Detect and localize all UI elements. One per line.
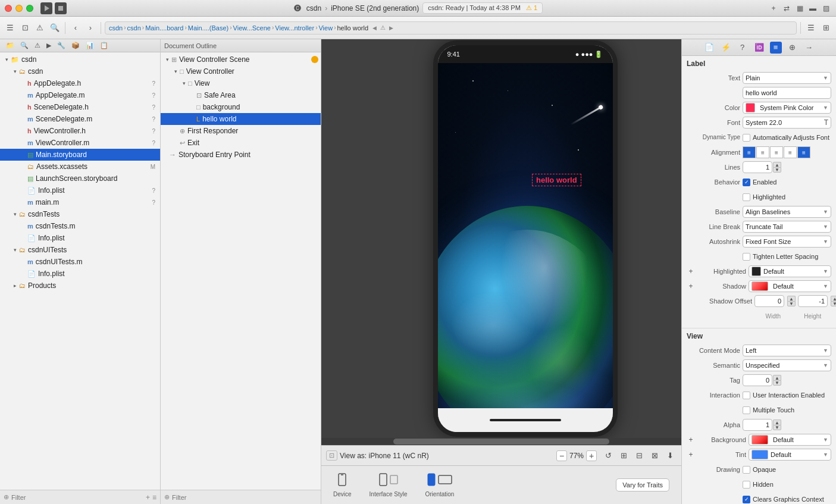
shadow-width-decrement[interactable]: ▼ [787,301,796,306]
canvas-content[interactable]: 9:41 ● ●●● 🔋 [321,39,681,438]
canvas-resize-icon[interactable]: ⊠ [648,449,661,462]
inspector-tab-quick[interactable]: ⚡ [720,42,732,54]
tint-value[interactable]: Default ▼ [749,449,831,461]
align-center-button[interactable]: ≡ [756,146,769,158]
canvas-pin-icon[interactable]: ⊟ [633,449,646,462]
tree-item-csdntests-m[interactable]: mcsdnTests.m [0,220,160,232]
arrow-swap-icon[interactable]: ⇄ [781,3,792,14]
storyboard-entry-row[interactable]: →Storyboard Entry Point [161,149,321,161]
tree-item-csdnuitests[interactable]: 🗂csdnUITests [0,244,160,256]
hello-world-label[interactable]: hello world [532,174,581,186]
tag-decrement[interactable]: ▼ [773,380,781,386]
tree-item-assets-xcassets[interactable]: 🗂Assets.xcassetsM [0,161,160,173]
nav-tab-5[interactable]: 🔧 [55,40,68,51]
canvas-download-icon[interactable]: ⬇ [663,449,677,462]
color-select[interactable]: System Pink Color ▼ [743,102,831,114]
bc-viewcontroller[interactable]: View...ntroller [275,24,314,32]
background-value[interactable]: Default ▼ [749,434,831,446]
inspector-toggle[interactable]: ☰ [804,21,818,35]
shadow-height-decrement[interactable]: ▼ [831,301,836,306]
filter-options-icon[interactable]: ≡ [152,493,156,502]
nav-tab-6[interactable]: 📦 [69,40,82,51]
view-as-toggle[interactable]: ⊡ [326,450,337,461]
align-right-button[interactable]: ≡ [770,146,783,158]
tree-item-launchscreen[interactable]: ▤LaunchScreen.storyboard [0,173,160,184]
scene-item-first-responder[interactable]: ⊕First Responder [161,125,321,137]
scene-item-safe-area[interactable]: ⊡Safe Area [161,89,321,101]
bc-csdn-2[interactable]: csdn [127,24,141,32]
alpha-input[interactable] [743,419,772,431]
background-select[interactable]: Default ▼ [749,434,831,446]
text-type-select[interactable]: Plain ▼ [743,72,831,84]
bc-mainbase[interactable]: Main....(Base) [188,24,228,32]
text-value-select[interactable]: Plain ▼ [743,72,831,84]
drawing-clears-checkbox[interactable] [743,496,750,503]
shadow-width-increment[interactable]: ▲ [787,296,796,301]
nav-tab-2[interactable]: 🔍 [18,40,31,51]
lines-increment[interactable]: ▲ [773,162,781,167]
library-icon[interactable]: ⊞ [819,21,832,35]
scene-item-view-controller[interactable]: □View Controller [161,65,321,77]
tree-item-viewcontroller-h[interactable]: hViewController.h? [0,125,160,137]
sidebar-right-icon[interactable]: ▨ [821,3,831,14]
tree-item-main-m[interactable]: mmain.m? [0,196,160,208]
tree-item-scenedelegate-m[interactable]: mSceneDelegate.m? [0,113,160,125]
tree-item-info-plist-3[interactable]: 📄Info.plist [0,268,160,280]
dynamic-type-checkbox[interactable] [743,134,750,142]
environment-icon[interactable]: 🔍 [48,21,61,35]
text-content-value[interactable] [743,87,831,99]
shadow-add[interactable]: + [687,282,695,290]
back-button[interactable]: ‹ [69,21,82,35]
background-add[interactable]: + [687,436,695,444]
run-button[interactable] [40,2,52,14]
autoshrink-value[interactable]: Fixed Font Size ▼ [743,236,831,248]
tree-item-appdelegate-h[interactable]: hAppDelegate.h? [0,77,160,89]
tighten-checkbox[interactable] [743,253,750,261]
align-left-button[interactable]: ≡ [743,146,756,158]
drawing-opaque-checkbox[interactable] [743,466,750,474]
baseline-value[interactable]: Align Baselines ▼ [743,206,831,218]
bc-csdn-1[interactable]: csdn [109,24,123,32]
highlighted-value[interactable]: Default ▼ [749,265,831,277]
close-button[interactable] [5,5,12,12]
semantic-value[interactable]: Unspecified ▼ [743,359,831,371]
tree-item-info-plist[interactable]: 📄Info.plist? [0,184,160,196]
inspector-tab-help[interactable]: ? [737,42,749,54]
shadow-width-input[interactable] [754,295,784,307]
linebreak-value[interactable]: Truncate Tail ▼ [743,221,831,233]
list-view-icon[interactable]: ▬ [807,3,818,14]
drawing-hidden-checkbox[interactable] [743,481,750,489]
behavior-highlighted-checkbox[interactable] [743,193,750,201]
inspector-tab-attributes[interactable]: ≡ [770,42,782,54]
autoshrink-select[interactable]: Fixed Font Size ▼ [743,236,831,248]
shadow-select[interactable]: Default ▼ [749,280,831,292]
nav-tab-8[interactable]: 📋 [98,40,111,51]
semantic-select[interactable]: Unspecified ▼ [743,359,831,371]
linebreak-select[interactable]: Truncate Tail ▼ [743,221,831,233]
bc-view[interactable]: View [318,24,333,32]
nav-tab-7[interactable]: 📊 [83,40,96,51]
phone-screen[interactable]: hello world [438,63,613,408]
tree-item-csdnuitests-m[interactable]: mcsdnUITests.m [0,256,160,268]
scene-item-hello-world[interactable]: Lhello world [161,113,321,125]
tint-select[interactable]: Default ▼ [749,449,831,461]
tree-item-scenedelegate-h[interactable]: hSceneDelegate.h? [0,101,160,113]
fullscreen-button[interactable] [26,5,33,12]
inspector-tab-connections[interactable]: → [803,42,815,54]
nav-tab-3[interactable]: ⚠ [32,40,43,51]
baseline-select[interactable]: Align Baselines ▼ [743,206,831,218]
interface-option[interactable]: Interface Style [370,473,408,497]
canvas-horizontal-scrollbar[interactable] [321,438,681,445]
scene-item-view[interactable]: □View [161,77,321,89]
content-mode-value[interactable]: Left ▼ [743,345,831,356]
add-filter-icon[interactable]: + [146,493,150,502]
font-select[interactable]: System 22.0 T [743,117,831,129]
scene-item-exit[interactable]: ↩Exit [161,137,321,149]
scene-filter-input[interactable] [172,493,317,502]
tree-item-products[interactable]: 🗂Products [0,280,160,292]
tree-item-csdn-group[interactable]: 🗂csdn [0,65,160,77]
nav-tab-4[interactable]: ▶ [44,40,54,51]
font-value[interactable]: System 22.0 T [743,117,831,129]
orientation-option[interactable]: Orientation [425,473,455,497]
shadow-value[interactable]: Default ▼ [749,280,831,292]
